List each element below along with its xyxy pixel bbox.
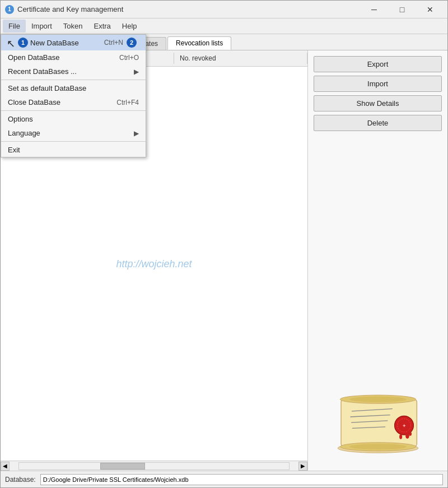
title-bar: 1 Certificate and Key management ─ □ ✕ (1, 1, 447, 18)
menu-language[interactable]: Language ▶ (1, 126, 146, 140)
divider-3 (1, 141, 146, 142)
app-icon: 1 (5, 5, 14, 14)
svg-text:✦: ✦ (402, 423, 406, 429)
status-database-field[interactable] (40, 474, 443, 485)
exit-label: Exit (8, 146, 139, 154)
badge1-icon: 1 (18, 38, 28, 48)
scroll-right-button[interactable]: ▶ (298, 462, 307, 471)
menu-set-default[interactable]: Set as default DataBase (1, 81, 146, 95)
close-database-shortcut: Ctrl+F4 (116, 99, 139, 106)
import-button[interactable]: Import (314, 76, 442, 92)
window-controls: ─ □ ✕ (361, 2, 443, 17)
svg-point-15 (399, 434, 402, 439)
menu-open-database[interactable]: Open DataBase Ctrl+O (1, 50, 146, 64)
export-button[interactable]: Export (314, 56, 442, 72)
menu-bar: File Import Token Extra Help ↖ 1 New Dat… (1, 18, 447, 34)
maximize-button[interactable]: □ (389, 2, 415, 17)
menu-file[interactable]: File (3, 20, 26, 32)
badge2-icon: 2 (127, 38, 137, 48)
scroll-image-area: ✦ (314, 134, 442, 465)
status-label: Database: (5, 476, 36, 484)
watermark: http://wojcieh.net (116, 258, 192, 269)
language-arrow: ▶ (134, 129, 139, 137)
open-database-shortcut: Ctrl+O (119, 54, 139, 62)
open-database-label: Open DataBase (8, 53, 119, 62)
scroll-decoration: ✦ (328, 392, 428, 454)
col-no-revoked: No. revoked (174, 53, 307, 64)
menu-token[interactable]: Token (58, 20, 88, 32)
menu-help[interactable]: Help (116, 20, 143, 32)
menu-options[interactable]: Options (1, 112, 146, 126)
scrollbar-thumb[interactable] (100, 463, 145, 470)
language-label: Language (8, 129, 132, 137)
menu-import[interactable]: Import (26, 20, 58, 32)
show-details-button[interactable]: Show Details (314, 95, 442, 111)
svg-point-5 (349, 444, 407, 449)
svg-point-4 (349, 397, 407, 402)
tab-revocation-lists[interactable]: Revocation lists (167, 36, 231, 50)
minimize-button[interactable]: ─ (361, 2, 387, 17)
svg-point-14 (409, 432, 412, 436)
badge1: 1 (8, 6, 11, 12)
menu-new-database[interactable]: ↖ 1 New DataBase Ctrl+N 2 (1, 35, 146, 50)
menu-extra[interactable]: Extra (88, 20, 116, 32)
new-database-shortcut: Ctrl+N (104, 39, 123, 47)
set-default-label: Set as default DataBase (8, 84, 139, 92)
menu-exit[interactable]: Exit (1, 143, 146, 157)
close-database-label: Close DataBase (8, 98, 116, 106)
delete-button[interactable]: Delete (314, 115, 442, 131)
options-label: Options (8, 115, 139, 123)
recent-databases-label: Recent DataBases ... (8, 67, 132, 76)
recent-databases-arrow: ▶ (134, 68, 139, 76)
status-bar: Database: (1, 471, 447, 487)
close-button[interactable]: ✕ (417, 2, 443, 17)
window-title: Certificate and Key management (17, 5, 361, 13)
file-dropdown-menu: ↖ 1 New DataBase Ctrl+N 2 Open DataBase … (1, 34, 146, 157)
main-window: 1 Certificate and Key management ─ □ ✕ F… (0, 0, 448, 488)
new-database-label: New DataBase (30, 39, 104, 47)
menu-close-database[interactable]: Close DataBase Ctrl+F4 (1, 95, 146, 109)
divider-2 (1, 110, 146, 111)
scrollbar-track[interactable] (18, 462, 290, 470)
svg-point-13 (405, 433, 409, 439)
divider-1 (1, 80, 146, 80)
menu-recent-databases[interactable]: Recent DataBases ... ▶ (1, 64, 146, 78)
right-panel: Export Import Show Details Delete (307, 50, 447, 471)
scroll-left-button[interactable]: ◀ (1, 462, 10, 471)
horizontal-scrollbar: ◀ ▶ (1, 461, 307, 471)
